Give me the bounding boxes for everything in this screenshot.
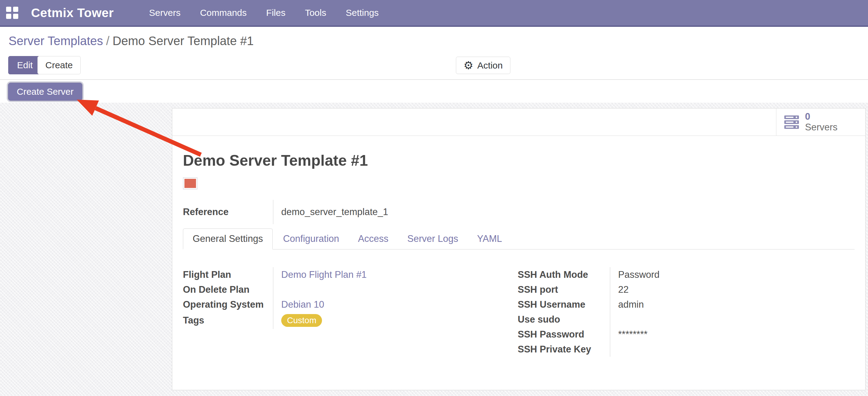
ssh-port-label: SSH port	[518, 284, 610, 295]
action-button[interactable]: ⚙ Action	[456, 57, 510, 74]
cetmix-tower-screen: Cetmix Tower Servers Commands Files Tool…	[0, 0, 868, 396]
app-brand[interactable]: Cetmix Tower	[31, 6, 114, 20]
field-groups: Flight Plan Demo Flight Plan #1 On Delet…	[183, 267, 855, 357]
edit-button[interactable]: Edit	[8, 56, 42, 74]
apps-grid-dot	[13, 14, 18, 19]
stat-value: 0	[805, 112, 838, 122]
apps-grid-dot	[6, 14, 11, 19]
main-menu: Servers Commands Files Tools Settings	[146, 6, 382, 20]
tab-access[interactable]: Access	[349, 228, 397, 249]
field-row-use-sudo: Use sudo	[518, 312, 855, 327]
field-row-ssh-private-key: SSH Private Key	[518, 342, 855, 357]
servers-stat-button[interactable]: 0 Servers	[776, 108, 865, 136]
field-row-on-delete-plan: On Delete Plan	[183, 282, 518, 297]
use-sudo-label: Use sudo	[518, 314, 610, 325]
tab-general-settings[interactable]: General Settings	[183, 228, 273, 250]
ssh-auth-mode-value: Password	[610, 267, 855, 282]
field-group-right: SSH Auth Mode Password SSH port 22 SSH U…	[518, 267, 855, 357]
tag-badge-custom: Custom	[281, 314, 322, 327]
operating-system-label: Operating System	[183, 299, 273, 310]
apps-grid-dot	[13, 7, 18, 12]
field-group-left: Flight Plan Demo Flight Plan #1 On Delet…	[183, 267, 518, 357]
on-delete-plan-value	[273, 282, 518, 297]
notebook-tabs: General Settings Configuration Access Se…	[183, 228, 855, 250]
reference-value: demo_server_template_1	[273, 200, 518, 224]
tab-yaml[interactable]: YAML	[468, 228, 510, 249]
flight-plan-value-link[interactable]: Demo Flight Plan #1	[281, 269, 367, 280]
create-button[interactable]: Create	[37, 56, 81, 74]
apps-grid-dot	[6, 7, 11, 12]
use-sudo-value	[610, 312, 855, 327]
ssh-password-label: SSH Password	[518, 329, 610, 340]
tags-label: Tags	[183, 315, 273, 326]
menu-item-servers[interactable]: Servers	[146, 6, 184, 20]
record-title: Demo Server Template #1	[183, 152, 855, 169]
stat-text: 0 Servers	[805, 112, 838, 133]
control-panel-divider	[0, 79, 868, 80]
on-delete-plan-label: On Delete Plan	[183, 284, 273, 295]
color-swatch-fill	[184, 179, 196, 188]
field-row-tags: Tags Custom	[183, 312, 518, 329]
server-stack-icon	[784, 115, 799, 129]
flight-plan-label: Flight Plan	[183, 269, 273, 280]
breadcrumb: Server Templates/Demo Server Template #1	[8, 34, 254, 48]
ssh-auth-mode-label: SSH Auth Mode	[518, 269, 610, 280]
menu-item-files[interactable]: Files	[263, 6, 288, 20]
tab-configuration[interactable]: Configuration	[275, 228, 347, 249]
field-row-flight-plan: Flight Plan Demo Flight Plan #1	[183, 267, 518, 282]
menu-item-tools[interactable]: Tools	[302, 6, 329, 20]
field-row-ssh-port: SSH port 22	[518, 282, 855, 297]
field-row-ssh-auth-mode: SSH Auth Mode Password	[518, 267, 855, 282]
create-server-button[interactable]: Create Server	[8, 83, 83, 101]
sheet-body: Demo Server Template #1 Reference demo_s…	[172, 152, 865, 357]
ssh-username-value: admin	[610, 297, 855, 312]
reference-field-row: Reference demo_server_template_1	[183, 200, 518, 224]
gear-icon: ⚙	[464, 60, 473, 71]
ssh-private-key-label: SSH Private Key	[518, 344, 610, 355]
tab-server-logs[interactable]: Server Logs	[399, 228, 467, 249]
field-row-ssh-username: SSH Username admin	[518, 297, 855, 312]
breadcrumb-separator: /	[103, 34, 113, 48]
top-navbar: Cetmix Tower Servers Commands Files Tool…	[0, 0, 868, 27]
color-picker-swatch	[183, 177, 197, 190]
menu-item-settings[interactable]: Settings	[343, 6, 382, 20]
ssh-port-value: 22	[610, 282, 855, 297]
record-sheet: 0 Servers Demo Server Template #1 Refere…	[172, 108, 866, 390]
field-row-ssh-password: SSH Password ********	[518, 327, 855, 342]
reference-label: Reference	[183, 206, 273, 218]
stat-button-bar: 0 Servers	[172, 108, 865, 136]
breadcrumb-current: Demo Server Template #1	[113, 34, 254, 48]
breadcrumb-parent-link[interactable]: Server Templates	[8, 34, 103, 48]
action-button-label: Action	[477, 60, 502, 71]
menu-item-commands[interactable]: Commands	[197, 6, 250, 20]
ssh-username-label: SSH Username	[518, 299, 610, 310]
ssh-password-value: ********	[610, 327, 855, 342]
field-row-operating-system: Operating System Debian 10	[183, 297, 518, 312]
operating-system-value-link[interactable]: Debian 10	[281, 299, 324, 310]
apps-grid-icon[interactable]	[6, 7, 18, 19]
ssh-private-key-value	[610, 342, 855, 357]
stat-label: Servers	[805, 122, 838, 133]
